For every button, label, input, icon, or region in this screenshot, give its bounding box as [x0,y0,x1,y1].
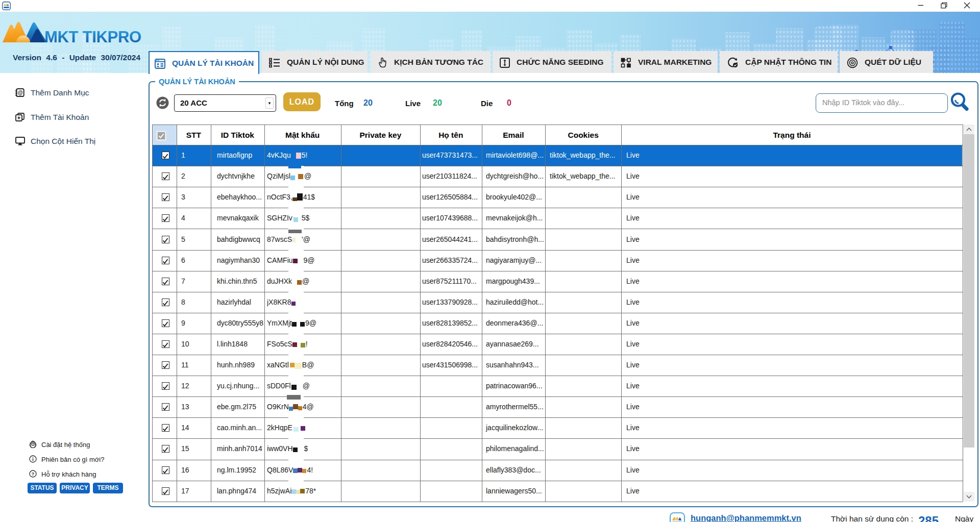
svg-text:MKT TIKPRO: MKT TIKPRO [44,28,141,45]
svg-text:?: ? [32,471,35,477]
svg-text:@: @ [17,89,22,95]
